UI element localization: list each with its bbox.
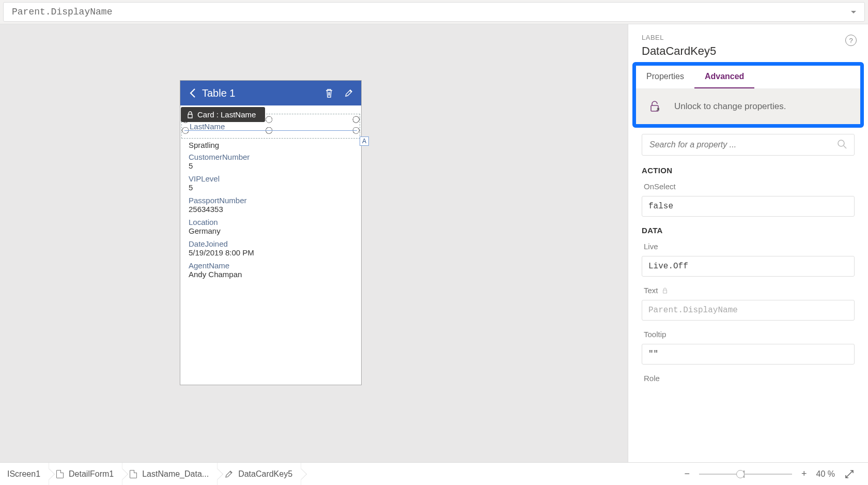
breadcrumb-label: IScreen1	[7, 469, 40, 479]
formula-text: Parent.DisplayName	[12, 7, 112, 17]
card-list: dd LastName A Spratling CustomerNumber 5…	[180, 105, 361, 285]
field-row[interactable]: DateJoined 5/19/2019 8:00 PM	[180, 238, 361, 260]
highlighted-region: Properties Advanced Unlock to change pro…	[632, 62, 864, 128]
search-icon	[836, 138, 848, 150]
preview-title: Table 1	[202, 87, 322, 99]
breadcrumb-label: DetailForm1	[69, 469, 114, 479]
zoom-percent: 40 %	[816, 469, 835, 479]
document-icon	[56, 470, 64, 478]
field-row[interactable]: AgentName Andy Champan	[180, 260, 361, 282]
prop-label-text-text: Text	[644, 286, 658, 295]
prop-label-text: Text	[644, 286, 853, 295]
expand-icon[interactable]	[844, 469, 855, 479]
field-label: PassportNumber	[189, 196, 353, 205]
prop-field-tooltip[interactable]: ""	[642, 344, 855, 365]
breadcrumb-key[interactable]: DataCardKey5	[218, 463, 301, 485]
field-label: DateJoined	[189, 239, 353, 248]
field-value: Germany	[189, 226, 353, 235]
formula-input[interactable]: Parent.DisplayName	[3, 2, 865, 22]
panel-body: ACTION OnSelect false DATA Live Live.Off…	[628, 128, 868, 394]
breadcrumb-label: LastName_Data...	[142, 469, 209, 479]
canvas[interactable]: Table 1 dd LastName A Spratling	[0, 24, 628, 462]
zoom-in-button[interactable]: +	[801, 468, 807, 479]
chevron-down-icon[interactable]	[851, 11, 856, 13]
field-row[interactable]: PassportNumber 25634353	[180, 195, 361, 217]
prop-label-tooltip: Tooltip	[644, 330, 853, 339]
pencil-icon	[225, 470, 233, 478]
unlock-text: Unlock to change properties.	[674, 101, 786, 112]
property-search[interactable]	[642, 134, 855, 156]
lock-icon	[187, 111, 193, 118]
field-value: 5/19/2019 8:00 PM	[189, 248, 353, 257]
property-search-input[interactable]	[642, 134, 855, 156]
field-row[interactable]: Location Germany	[180, 217, 361, 238]
control-name: DataCardKey5	[642, 44, 855, 58]
field-row[interactable]: VIPLevel 5	[180, 173, 361, 195]
breadcrumb-datacard[interactable]: LastName_Data...	[122, 463, 218, 485]
edit-icon[interactable]	[342, 86, 356, 100]
field-row[interactable]: CustomerNumber 5	[180, 151, 361, 173]
prop-field-text[interactable]: Parent.DisplayName	[642, 300, 855, 321]
preview-header: Table 1	[180, 81, 361, 105]
zoom-controls: − + 40 %	[685, 468, 869, 479]
field-label: VIPLevel	[189, 174, 353, 183]
field-label: Location	[189, 218, 353, 226]
field-value: 25634353	[189, 205, 353, 214]
zoom-out-button[interactable]: −	[685, 468, 690, 479]
document-icon	[130, 470, 137, 478]
properties-panel: LABEL DataCardKey5 ? Properties Advanced…	[628, 24, 868, 462]
prop-field-onselect[interactable]: false	[642, 196, 855, 217]
breadcrumb-label: DataCardKey5	[238, 469, 292, 479]
prop-field-live[interactable]: Live.Off	[642, 256, 855, 277]
zoom-slider[interactable]	[699, 474, 792, 475]
app-preview[interactable]: Table 1 dd LastName A Spratling	[180, 80, 362, 385]
status-bar: IScreen1 DetailForm1 LastName_Data... Da…	[0, 462, 868, 485]
prop-label-onselect: OnSelect	[644, 182, 853, 191]
control-type-label: LABEL	[642, 34, 855, 41]
field-label: CustomerNumber	[189, 153, 353, 161]
breadcrumb-screen[interactable]: IScreen1	[0, 463, 49, 485]
unlock-icon	[646, 98, 663, 115]
tab-advanced[interactable]: Advanced	[694, 66, 754, 88]
section-data: DATA	[642, 226, 855, 235]
main-area: Table 1 dd LastName A Spratling	[0, 24, 868, 462]
selected-value: Spratling	[180, 141, 361, 149]
prop-label-role: Role	[644, 374, 853, 383]
lock-icon	[662, 287, 668, 294]
alignment-indicator: A	[360, 137, 369, 146]
tab-properties[interactable]: Properties	[636, 66, 694, 88]
help-icon[interactable]: ?	[845, 35, 857, 46]
unlock-banner[interactable]: Unlock to change properties.	[636, 89, 860, 124]
card-badge: Card : LastName	[181, 107, 265, 122]
panel-header: LABEL DataCardKey5 ?	[628, 24, 868, 60]
trash-icon[interactable]	[322, 86, 336, 100]
selected-label: LastName	[190, 122, 225, 131]
field-value: Andy Champan	[189, 270, 353, 279]
back-icon[interactable]	[185, 86, 200, 100]
field-label: AgentName	[189, 261, 353, 270]
field-value: 5	[189, 183, 353, 192]
tab-row: Properties Advanced	[636, 66, 860, 89]
field-value: 5	[189, 161, 353, 170]
svg-point-1	[838, 140, 844, 146]
card-badge-text: Card : LastName	[197, 110, 256, 119]
prop-label-live: Live	[644, 242, 853, 251]
formula-bar: Parent.DisplayName	[0, 0, 868, 24]
breadcrumb-form[interactable]: DetailForm1	[49, 463, 122, 485]
section-action: ACTION	[642, 166, 855, 175]
